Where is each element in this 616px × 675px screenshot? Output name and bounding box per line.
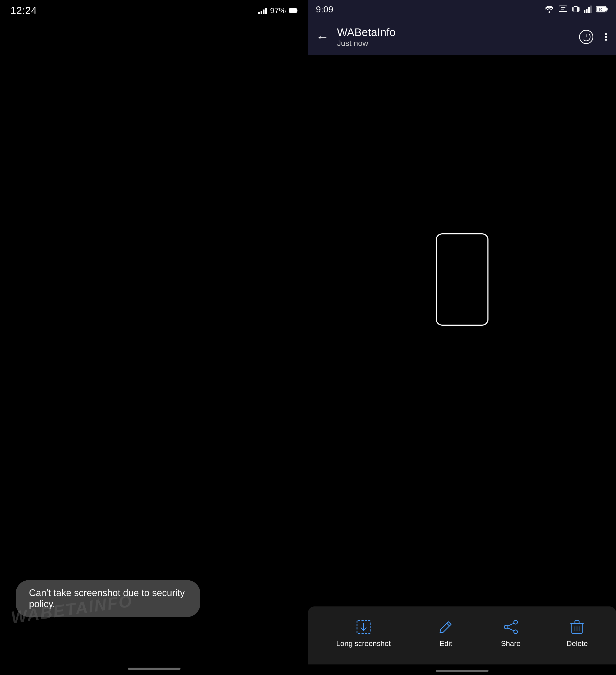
message-icon — [558, 5, 567, 13]
svg-rect-13 — [586, 9, 588, 13]
left-clock: 12:24 — [10, 5, 37, 16]
share-button[interactable]: Share — [493, 612, 529, 653]
vibrate-icon — [572, 5, 580, 13]
svg-point-23 — [605, 33, 607, 35]
svg-rect-35 — [575, 621, 579, 623]
svg-rect-7 — [574, 7, 578, 12]
svg-point-29 — [504, 625, 508, 629]
right-status-icons: 90 — [544, 5, 608, 13]
svg-rect-14 — [588, 7, 590, 13]
back-button[interactable]: ← — [313, 27, 332, 47]
signal-strength-icon — [584, 6, 592, 13]
contact-info: WABetaInfo Just now — [337, 26, 574, 48]
left-status-bar: 12:24 97% — [0, 0, 308, 21]
left-status-icons: 97% — [258, 6, 297, 15]
screenshot-preview-area — [308, 55, 616, 504]
svg-point-30 — [514, 630, 518, 633]
wifi-icon — [544, 5, 554, 13]
disappearing-messages-icon[interactable] — [579, 30, 593, 44]
long-screenshot-button[interactable]: Long screenshot — [328, 612, 399, 653]
share-label: Share — [501, 640, 521, 648]
svg-rect-12 — [584, 10, 586, 13]
svg-line-32 — [508, 628, 514, 631]
right-clock: 9:09 — [316, 4, 333, 14]
right-home-indicator — [436, 670, 489, 672]
long-screenshot-label: Long screenshot — [336, 640, 391, 648]
battery-icon — [289, 8, 297, 13]
screenshot-toolbar: Long screenshot Edit — [308, 606, 616, 664]
delete-button[interactable]: Delete — [558, 612, 596, 653]
contact-status: Just now — [337, 39, 574, 48]
svg-line-31 — [508, 623, 514, 626]
share-icon — [502, 618, 520, 636]
edit-label: Edit — [439, 640, 452, 648]
svg-point-28 — [514, 620, 518, 624]
right-phone-screen: 9:09 — [308, 0, 616, 675]
left-home-indicator — [128, 668, 180, 670]
delete-icon — [568, 618, 586, 636]
long-screenshot-icon — [354, 618, 373, 636]
battery-status-icon: 90 — [596, 6, 608, 13]
svg-rect-17 — [606, 8, 608, 11]
phone-preview-thumbnail — [436, 233, 489, 326]
svg-rect-15 — [590, 6, 592, 13]
svg-rect-1 — [296, 9, 297, 12]
battery-level: 97% — [270, 6, 286, 15]
watermark: WABETAINFO — [0, 585, 148, 633]
left-phone-screen: 12:24 97% Can't take screenshot due to s… — [0, 0, 308, 675]
wa-header-actions — [579, 30, 611, 44]
svg-rect-2 — [289, 8, 296, 13]
delete-label: Delete — [566, 640, 588, 648]
contact-name: WABetaInfo — [337, 26, 574, 39]
svg-line-27 — [447, 623, 449, 626]
more-options-icon[interactable] — [601, 32, 611, 42]
svg-point-24 — [605, 36, 607, 38]
svg-rect-4 — [559, 6, 567, 12]
svg-point-25 — [605, 39, 607, 41]
edit-icon — [437, 618, 455, 636]
wa-chat-header: ← WABetaInfo Just now — [308, 18, 616, 55]
signal-icon — [258, 7, 267, 14]
edit-button[interactable]: Edit — [429, 612, 463, 653]
svg-text:90: 90 — [599, 7, 602, 11]
svg-point-3 — [548, 11, 550, 13]
watermark-text: WABETAINFO — [10, 591, 134, 627]
right-status-bar: 9:09 — [308, 0, 616, 18]
